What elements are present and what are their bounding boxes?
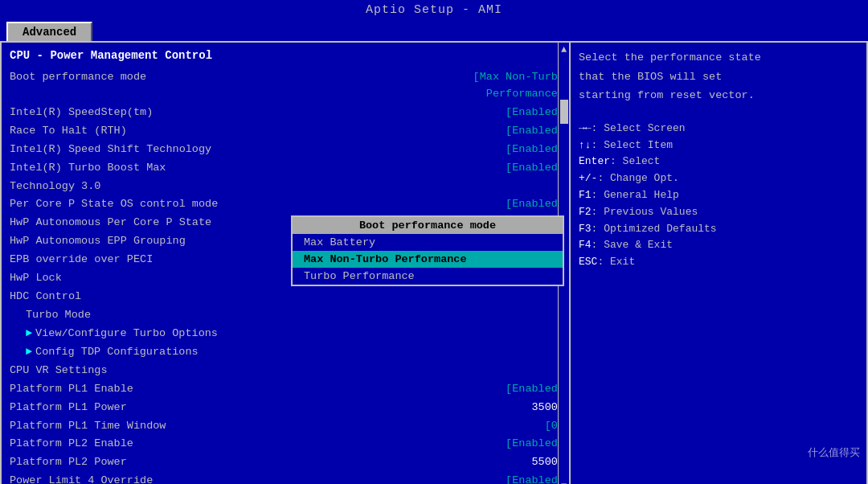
watermark: 什么值得买 [808,445,860,460]
dropdown-header: Boot performance mode [293,217,563,234]
menu-item-speed-shift[interactable]: Intel(R) Speed Shift Technology [Enabled… [10,141,564,159]
menu-item-pl1-time[interactable]: Platform PL1 Time Window [0] [10,417,564,436]
key-help-f1: F1: General Help [579,187,858,204]
menu-item-core-p-state[interactable]: Per Core P State OS control mode [Enable… [10,195,564,214]
menu-item-pl2-power[interactable]: Platform PL2 Power 55000 [10,453,564,472]
menu-item-pl1-power[interactable]: Platform PL1 Power 35000 [10,399,564,417]
key-help-f3: F3: Optimized Defaults [579,221,858,238]
dropdown-item-turbo-perf[interactable]: Turbo Performance [293,268,563,285]
menu-item-rth[interactable]: Race To Halt (RTH) [Enabled] [10,122,564,141]
menu-item-boot-perf[interactable]: Boot performance mode [Max Non-Turbo Per… [10,68,564,104]
menu-item-tech30: Technology 3.0 [10,178,564,196]
menu-item-view-turbo[interactable]: ► View/Configure Turbo Options [10,325,564,343]
key-help-item: ↑↓: Select Item [579,137,858,154]
key-help-screen: →←: Select Screen [579,121,858,137]
menu-item-pl2-enable[interactable]: Platform PL2 Enable [Enabled] [10,435,564,453]
dropdown-item-max-battery[interactable]: Max Battery [293,234,563,251]
title-text: Aptio Setup - AMI [366,3,502,17]
scrollbar-up[interactable]: ▲ [561,43,567,57]
title-bar: Aptio Setup - AMI [0,0,868,20]
left-panel: CPU - Power Management Control Boot perf… [0,41,571,484]
key-help-section: →←: Select Screen ↑↓: Select Item Enter:… [579,121,858,271]
dropdown-item-max-non-turbo[interactable]: Max Non-Turbo Performance [293,251,563,268]
key-help-f4: F4: Save & Exit [579,237,858,254]
key-help-f2: F2: Previous Values [579,204,858,221]
menu-item-pl4-override[interactable]: Power Limit 4 Override [Enabled] [10,472,564,484]
section-title: CPU - Power Management Control [10,49,564,62]
scrollbar-thumb [560,100,568,124]
key-help-enter: Enter: Select [579,154,858,170]
key-help-change: +/-: Change Opt. [579,170,858,187]
key-help-esc: ESC: Exit [579,254,858,271]
right-panel: Select the performance state that the BI… [571,41,868,484]
help-line3: starting from reset vector. [579,87,858,105]
menu-item-speedstep[interactable]: Intel(R) SpeedStep(tm) [Enabled] [10,104,564,122]
help-line2: that the BIOS will set [579,68,858,86]
menu-item-cpu-vr: CPU VR Settings [10,362,564,380]
menu-item-turbo-mode[interactable]: Turbo Mode [10,306,564,325]
dropdown-popup: Boot performance mode Max Battery Max No… [291,215,564,286]
tab-row: Advanced [0,20,868,41]
menu-item-hdc: HDC Control [10,288,564,306]
tab-advanced[interactable]: Advanced [6,22,92,41]
menu-item-turbo-boost-max[interactable]: Intel(R) Turbo Boost Max [Enabled] [10,159,564,178]
scrollbar-down[interactable]: ▼ [561,479,567,484]
main-area: CPU - Power Management Control Boot perf… [0,41,868,484]
bios-screen: Aptio Setup - AMI Advanced CPU - Power M… [0,0,868,484]
help-line1: Select the performance state [579,49,858,67]
menu-item-config-tdp[interactable]: ► Config TDP Configurations [10,343,564,362]
menu-item-pl1-enable[interactable]: Platform PL1 Enable [Enabled] [10,380,564,399]
